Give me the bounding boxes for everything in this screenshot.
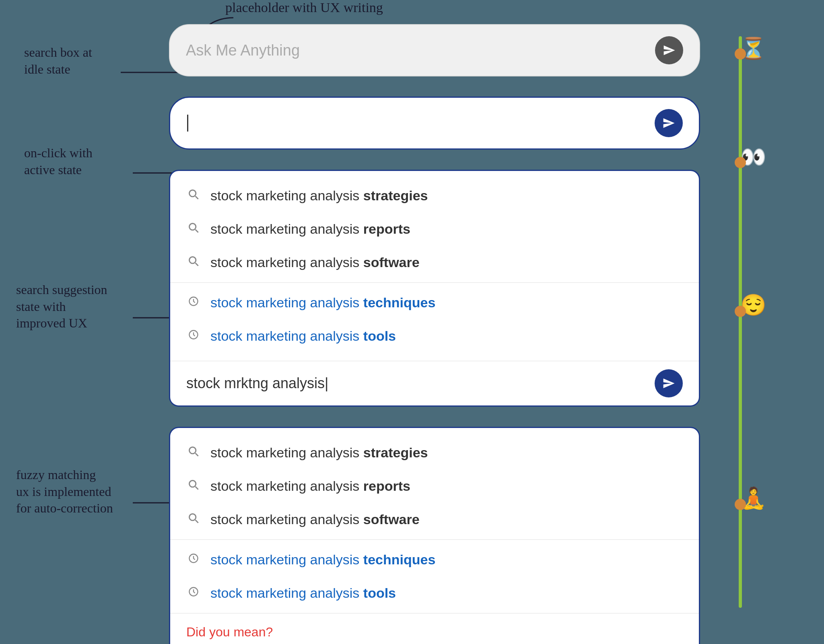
svg-point-17 (190, 514, 196, 521)
search-box-active[interactable] (169, 97, 700, 150)
annotation-suggestion: search suggestion state with improved UX (16, 282, 107, 332)
svg-point-5 (190, 190, 196, 197)
suggestion-item[interactable]: stock marketing analysis software (170, 246, 699, 279)
suggestion-item[interactable]: stock marketing analysis reports (170, 212, 699, 246)
search-icon (186, 512, 201, 527)
search-icon (186, 189, 201, 203)
send-icon (662, 377, 675, 390)
search-icon (186, 446, 201, 460)
search-icon (186, 479, 201, 493)
history-icon (186, 553, 201, 567)
divider (170, 539, 699, 540)
svg-point-13 (190, 447, 196, 454)
suggestion-item[interactable]: stock marketing analysis software (170, 503, 699, 536)
suggestion-list-2: stock marketing analysis strategies stoc… (170, 428, 699, 644)
svg-line-18 (196, 520, 198, 523)
text-cursor (187, 115, 188, 132)
svg-point-9 (190, 257, 196, 263)
top-annotation-label: placeholder with UX writing (225, 0, 383, 15)
annotation-idle-label: search box at idle state (24, 45, 92, 76)
history-icon (186, 329, 201, 343)
search-input-active[interactable] (186, 115, 655, 132)
suggestion-text-blue: stock marketing analysis tools (210, 328, 396, 344)
send-button-idle[interactable] (655, 36, 683, 64)
annotations-panel: search box at idle state on-click with a… (16, 24, 153, 620)
annotation-suggestion-label: search suggestion state with improved UX (16, 282, 107, 330)
suggestion-item[interactable]: stock marketing analysis strategies (170, 436, 699, 469)
annotation-active: on-click with active state (24, 145, 93, 178)
svg-line-8 (196, 230, 198, 232)
suggestion-dropdown-2: stock marketing analysis strategies stoc… (169, 427, 700, 644)
svg-line-6 (196, 196, 198, 199)
search-icon (186, 255, 201, 270)
search-placeholder: Ask Me Anything (186, 42, 655, 59)
suggestion-text: stock marketing analysis reports (210, 221, 410, 237)
suggestion-item-history[interactable]: stock marketing analysis tools (170, 319, 699, 353)
search-idle-section: Ask Me Anything (169, 24, 700, 76)
history-icon (186, 296, 201, 310)
search-box-idle[interactable]: Ask Me Anything (169, 24, 700, 76)
page-container: placeholder with UX writing search box a… (0, 0, 824, 644)
history-icon (186, 586, 201, 600)
suggestion-text: stock marketing analysis strategies (210, 445, 428, 461)
send-button-suggestion-1[interactable] (655, 369, 683, 397)
suggestion-item[interactable]: stock marketing analysis reports (170, 469, 699, 503)
suggestion-text: stock marketing analysis strategies (210, 188, 428, 204)
annotation-fuzzy: fuzzy matching ux is implemented for aut… (16, 467, 113, 517)
suggestion-item-history[interactable]: stock marketing analysis techniques (170, 286, 699, 319)
search-input-value-1: stock mrktng analysis| (186, 375, 655, 392)
divider (170, 282, 699, 283)
did-you-mean-section: Did you mean? stock marketing analysis ✕ (170, 617, 699, 644)
did-you-mean-label: Did you mean? (186, 625, 683, 640)
annotation-idle: search box at idle state (24, 44, 92, 78)
svg-point-15 (190, 481, 196, 487)
annotation-fuzzy-label: fuzzy matching ux is implemented for aut… (16, 467, 113, 515)
send-button-active[interactable] (655, 109, 683, 137)
top-annotation: placeholder with UX writing (225, 0, 383, 15)
annotation-active-label: on-click with active state (24, 146, 93, 177)
timeline-dot-2 (735, 157, 746, 168)
suggestion-text-blue: stock marketing analysis techniques (210, 295, 435, 311)
svg-line-14 (196, 453, 198, 456)
search-area: Ask Me Anything (153, 24, 716, 620)
suggestion-text: stock marketing analysis reports (210, 478, 410, 494)
suggestion-item[interactable]: stock marketing analysis strategies (170, 179, 699, 212)
search-active-section (169, 97, 700, 150)
timeline: ⏳ 👀 😌 🧘 (716, 24, 764, 620)
suggestion-text: stock marketing analysis software (210, 255, 420, 270)
timeline-dot-4 (735, 499, 746, 510)
suggestion-section-2: stock marketing analysis strategies stoc… (169, 427, 700, 644)
timeline-line (739, 36, 742, 608)
suggestion-dropdown-1: stock marketing analysis strategies stoc… (169, 170, 700, 407)
suggestion-item-history[interactable]: stock marketing analysis techniques (170, 543, 699, 576)
suggestion-section-1: stock marketing analysis strategies stoc… (169, 170, 700, 407)
svg-line-16 (196, 487, 198, 490)
svg-line-10 (196, 263, 198, 266)
svg-point-7 (190, 224, 196, 230)
divider (170, 613, 699, 613)
timeline-dot-1 (735, 48, 746, 60)
search-input-row-1[interactable]: stock mrktng analysis| (170, 361, 699, 405)
suggestion-text: stock marketing analysis software (210, 512, 420, 527)
suggestion-text-blue: stock marketing analysis techniques (210, 552, 435, 568)
timeline-dot-3 (735, 306, 746, 317)
send-icon-active (662, 117, 675, 130)
suggestion-text-blue: stock marketing analysis tools (210, 585, 396, 601)
send-icon-idle (663, 44, 676, 57)
search-icon (186, 222, 201, 236)
suggestion-list-1: stock marketing analysis strategies stoc… (170, 171, 699, 361)
suggestion-item-history[interactable]: stock marketing analysis tools (170, 576, 699, 610)
